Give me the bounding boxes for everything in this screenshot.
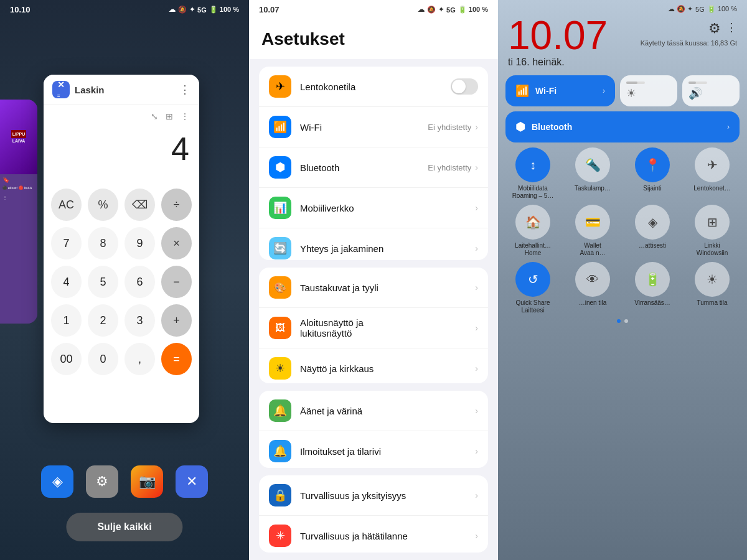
calc-btn-equals[interactable]: = <box>161 343 192 375</box>
qs-grid-auto[interactable]: ◈ …attisesti <box>625 205 680 257</box>
calc-btn-8[interactable]: 8 <box>88 227 118 259</box>
calc-btn-1[interactable]: 1 <box>51 304 82 337</box>
calc-title: Laskin <box>75 85 179 95</box>
calculator-card: ✕≡ Laskin ⋮ ⤡ ⊞ ⋮ 4 AC % ⌫ ÷ 7 8 9 × 4 <box>44 75 199 423</box>
settings-item-wallpaper[interactable]: 🎨 Taustakuvat ja tyyli › <box>259 268 488 308</box>
qs-row-2: ⬢ Bluetooth › <box>505 111 740 142</box>
qs-bluetooth-tile[interactable]: ⬢ Bluetooth › <box>505 111 740 142</box>
qs-brightness-tile-1[interactable]: ☀ <box>620 75 677 106</box>
settings-item-mobile[interactable]: 📊 Mobiiliverkko › <box>259 188 488 228</box>
calc-btn-00[interactable]: 00 <box>51 343 82 375</box>
qs-bt-arrow[interactable]: › <box>727 123 730 131</box>
qs-volume-tile[interactable]: 🔊 <box>682 75 740 106</box>
qs-wifi-arrow[interactable]: › <box>603 86 605 95</box>
mobile-chevron: › <box>475 203 478 213</box>
settings-item-airplane[interactable]: ✈ Lentokonetila <box>259 67 488 107</box>
settings-item-brightness[interactable]: ☀ Näyttö ja kirkkaus › <box>259 348 488 383</box>
close-all-button[interactable]: Sulje kaikki <box>66 513 182 541</box>
calc-btn-plus[interactable]: + <box>161 304 192 337</box>
notifications-label: Ilmoitukset ja tilarivi <box>300 446 475 457</box>
airplane-icon: ✈ <box>269 75 291 98</box>
privacy-chevron: › <box>475 490 478 500</box>
qs-grid-wallet[interactable]: 💳 WalletAvaa n… <box>565 205 620 257</box>
calc-btn-backspace[interactable]: ⌫ <box>125 189 155 221</box>
settings-item-emergency[interactable]: ✳ Turvallisuus ja hätätilanne › <box>259 516 488 553</box>
privacy-qs-icon: 👁 <box>575 262 610 297</box>
expand-icon[interactable]: ⊞ <box>166 111 173 121</box>
signal2-icon: 5G <box>446 6 456 14</box>
windows-icon: ⊞ <box>695 205 730 240</box>
qs-grid-quickshare[interactable]: ↺ Quick ShareLaitteesi <box>505 262 560 314</box>
qs-grid-powersave[interactable]: 🔋 Virransääs… <box>625 262 680 314</box>
app-card-left[interactable]: LIPPU LAIVA 🔖 ⚫ eliset! 🔴 lisää ⋮ <box>0 100 37 324</box>
calc-display: ⤡ ⊞ ⋮ 4 <box>44 105 199 186</box>
qs-row-1: 📶 Wi-Fi › ☀ 🔊 <box>505 75 740 106</box>
qs-grid-windows[interactable]: ⊞ LinkkiWindowsiin <box>685 205 740 257</box>
privacy-label: Turvallisuus ja yksityisyys <box>300 490 475 501</box>
calc-btn-multiply[interactable]: × <box>161 227 192 259</box>
calc-btn-divide[interactable]: ÷ <box>161 189 192 221</box>
bluetooth-settings-icon: ⬢ <box>269 156 291 179</box>
auto-label: …attisesti <box>639 242 666 250</box>
settings-item-notifications[interactable]: 🔔 Ilmoitukset ja tilarivi › <box>259 431 488 468</box>
settings-item-homescreen[interactable]: 🖼 Aloitusnäyttö jalukitusnäyttö › <box>259 308 488 348</box>
calc-btn-comma[interactable]: , <box>125 343 155 375</box>
dock-icon-dropbox[interactable]: ◈ <box>41 465 73 498</box>
calc-btn-3[interactable]: 3 <box>125 304 155 337</box>
dock-icon-settings[interactable]: ⚙ <box>86 465 118 498</box>
calc-btn-9[interactable]: 9 <box>125 227 155 259</box>
calc-btn-ac[interactable]: AC <box>51 189 82 221</box>
qs-volume-icon: 🔊 <box>688 86 733 100</box>
status-icons-1: ☁ 🔕 ✦ 5G 🔋 100 % <box>169 6 239 14</box>
qs-grid-airplane[interactable]: ✈ Lentokonet… <box>685 147 740 200</box>
toggle-knob <box>452 80 466 93</box>
calc-btn-5[interactable]: 5 <box>88 266 118 298</box>
quickshare-icon: ↺ <box>515 262 550 297</box>
calc-btn-percent[interactable]: % <box>88 189 118 221</box>
qs-grid-flashlight[interactable]: 🔦 Taskulamp… <box>565 147 620 200</box>
qs-settings-icon[interactable]: ⚙ <box>708 21 721 37</box>
mobile-icon: 📊 <box>269 197 291 219</box>
qs-wifi-label: Wi-Fi <box>535 86 557 96</box>
powersave-label: Virransääs… <box>634 299 670 307</box>
calc-btn-6[interactable]: 6 <box>125 266 155 298</box>
qs-grid-darkmode[interactable]: ☀ Tumma tila <box>685 262 740 314</box>
sharing-chevron: › <box>475 243 478 253</box>
dock-icon-instagram[interactable]: 📷 <box>131 465 163 498</box>
qs-more-icon[interactable]: ⋮ <box>726 21 737 37</box>
bottom-dock: ◈ ⚙ 📷 ✕ <box>0 465 249 498</box>
app-thumbnail-left: LIPPU LAIVA <box>0 100 37 174</box>
settings-item-bluetooth[interactable]: ⬢ Bluetooth Ei yhdistetty › <box>259 147 488 188</box>
settings-item-sharing[interactable]: 🔄 Yhteys ja jakaminen › <box>259 228 488 260</box>
qs-grid-privacy[interactable]: 👁 …inen tila <box>565 262 620 314</box>
settings-item-privacy[interactable]: 🔒 Turvallisuus ja yksityisyys › <box>259 475 488 516</box>
qs-time-date: 10.07 ti 16. heinäk. <box>508 16 608 68</box>
calc-btn-4[interactable]: 4 <box>51 266 82 298</box>
settings-group-security: 🔒 Turvallisuus ja yksityisyys › ✳ Turval… <box>259 475 488 553</box>
wallpaper-label: Taustakuvat ja tyyli <box>300 282 475 293</box>
status-bar-2: 10.07 ☁ 🔕 ✦ 5G 🔋 100 % <box>249 0 498 19</box>
calc-number: 4 <box>54 124 189 180</box>
qs-grid-location[interactable]: 📍 Sijainti <box>625 147 680 200</box>
page-dot-2[interactable] <box>624 319 628 323</box>
page-dot-1[interactable] <box>617 319 621 323</box>
homescreen-chevron: › <box>475 323 478 333</box>
calc-menu-dots[interactable]: ⋮ <box>179 83 190 96</box>
qs-grid-mobile-data[interactable]: ↕ MobiilidataRoaming – 5… <box>505 147 560 200</box>
menu-icon[interactable]: ⋮ <box>181 111 189 121</box>
privacy-icon: 🔒 <box>269 484 291 506</box>
qs-header-area: 10.07 ti 16. heinäk. ⚙ ⋮ Käytetty tässä … <box>498 13 747 70</box>
settings-item-sounds[interactable]: 🔔 Äänet ja värinä › <box>259 391 488 431</box>
dock-icon-calculator[interactable]: ✕ <box>176 465 208 498</box>
minimize-icon[interactable]: ⤡ <box>151 111 158 121</box>
calc-btn-7[interactable]: 7 <box>51 227 82 259</box>
home-label: Laitehallint…Home <box>515 242 551 257</box>
bluetooth-label: Bluetooth <box>300 162 428 173</box>
calc-btn-0[interactable]: 0 <box>88 343 118 375</box>
settings-item-wifi[interactable]: 📶 Wi-Fi Ei yhdistetty › <box>259 107 488 147</box>
calc-btn-2[interactable]: 2 <box>88 304 118 337</box>
qs-grid-home[interactable]: 🏠 Laitehallint…Home <box>505 205 560 257</box>
airplane-toggle[interactable] <box>451 78 478 95</box>
calc-btn-minus[interactable]: − <box>161 266 192 298</box>
qs-wifi-tile[interactable]: 📶 Wi-Fi › <box>505 75 615 106</box>
